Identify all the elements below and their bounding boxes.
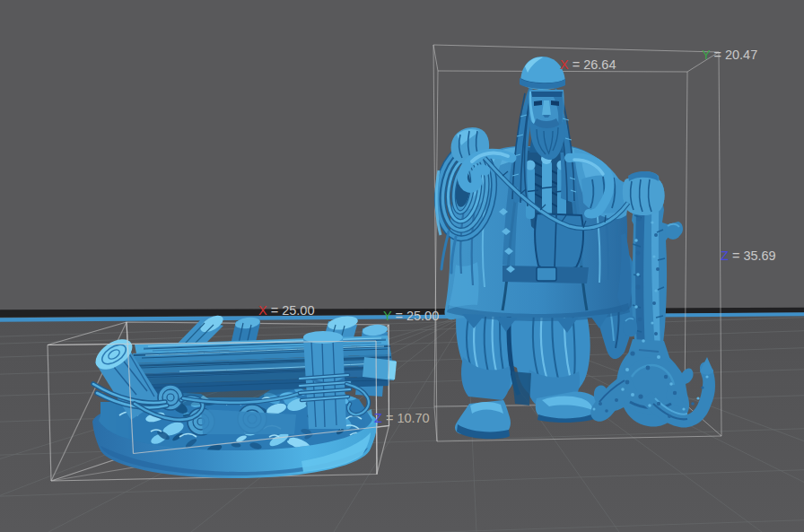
svg-text:Z = 35.69: Z = 35.69 [721,249,776,263]
svg-text:Z = 10.70: Z = 10.70 [374,411,430,425]
svg-text:X = 26.64: X = 26.64 [560,57,616,72]
svg-text:Y = 25.00: Y = 25.00 [383,309,439,323]
svg-text:X = 25.00: X = 25.00 [258,303,314,318]
svg-text:Y = 20.47: Y = 20.47 [702,48,757,62]
